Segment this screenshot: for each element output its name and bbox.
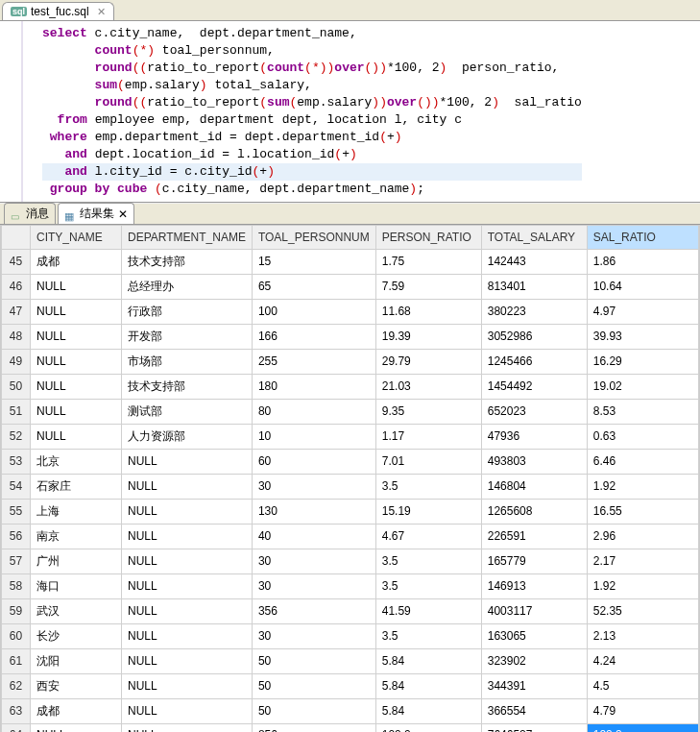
cell[interactable]: NULL [31,274,122,299]
cell[interactable]: 海口 [31,573,122,598]
cell[interactable]: 1.75 [375,249,481,274]
cell[interactable]: 50 [252,648,375,673]
row-number[interactable]: 52 [2,424,31,449]
cell[interactable]: 总经理办 [122,274,253,299]
cell[interactable]: 180 [252,374,375,399]
row-number[interactable]: 53 [2,449,31,474]
cell[interactable]: NULL [122,623,253,648]
cell[interactable]: 4.24 [587,648,698,673]
cell[interactable]: 146913 [481,573,587,598]
cell[interactable]: NULL [122,499,253,524]
cell[interactable]: 1245466 [481,349,587,374]
cell[interactable]: 2.96 [587,524,698,549]
cell[interactable]: NULL [31,399,122,424]
cell[interactable]: 7.01 [375,449,481,474]
cell[interactable]: 4.79 [587,698,698,723]
table-row[interactable]: 55上海NULL13015.19126560816.55 [2,499,699,524]
table-row[interactable]: 57广州NULL303.51657792.17 [2,549,699,573]
cell[interactable]: NULL [122,673,253,698]
table-row[interactable]: 59武汉NULL35641.59400311752.35 [2,598,699,623]
cell[interactable]: 30 [252,623,375,648]
cell[interactable]: 41.59 [375,598,481,623]
cell[interactable]: 4003117 [481,598,587,623]
cell[interactable]: 3.5 [375,573,481,598]
cell[interactable]: 10.64 [587,274,698,299]
cell[interactable]: 沈阳 [31,648,122,673]
table-row[interactable]: 45成都技术支持部151.751424431.86 [2,249,699,274]
cell[interactable]: 1265608 [481,499,587,524]
cell[interactable]: 39.93 [587,324,698,349]
cell[interactable]: 8.53 [587,399,698,424]
cell[interactable]: 4.5 [587,673,698,698]
table-row[interactable]: 64NULLNULL856100.07646527100.0 [2,723,699,732]
cell[interactable]: 北京 [31,449,122,474]
cell[interactable]: 长沙 [31,623,122,648]
table-row[interactable]: 60长沙NULL303.51630652.13 [2,623,699,648]
cell[interactable]: 366554 [481,698,587,723]
row-number[interactable]: 50 [2,374,31,399]
column-header[interactable]: DEPARTMENT_NAME [122,226,253,249]
table-row[interactable]: 63成都NULL505.843665544.79 [2,698,699,723]
cell[interactable]: 15.19 [375,499,481,524]
row-number[interactable]: 60 [2,623,31,648]
cell[interactable]: 493803 [481,449,587,474]
cell[interactable]: 石家庄 [31,474,122,499]
cell[interactable]: 19.39 [375,324,481,349]
column-header[interactable]: TOTAL_SALARY [481,226,587,249]
cell[interactable]: 成都 [31,698,122,723]
cell[interactable]: 142443 [481,249,587,274]
cell[interactable]: 7646527 [481,723,587,732]
cell[interactable]: 146804 [481,474,587,499]
table-row[interactable]: 51NULL测试部809.356520238.53 [2,399,699,424]
row-number[interactable]: 49 [2,349,31,374]
table-row[interactable]: 54石家庄NULL303.51468041.92 [2,474,699,499]
cell[interactable]: 4.97 [587,299,698,324]
cell[interactable]: NULL [31,374,122,399]
cell[interactable]: 5.84 [375,673,481,698]
cell[interactable]: 60 [252,449,375,474]
cell[interactable]: 15 [252,249,375,274]
row-number[interactable]: 55 [2,499,31,524]
cell[interactable]: 3.5 [375,474,481,499]
cell[interactable]: 测试部 [122,399,253,424]
table-row[interactable]: 47NULL行政部10011.683802234.97 [2,299,699,324]
table-row[interactable]: 52NULL人力资源部101.17479360.63 [2,424,699,449]
cell[interactable]: 65 [252,274,375,299]
cell[interactable]: 0.63 [587,424,698,449]
cell[interactable]: 6.46 [587,449,698,474]
cell[interactable]: NULL [31,723,122,732]
cell[interactable]: NULL [31,424,122,449]
row-number[interactable]: 61 [2,648,31,673]
table-row[interactable]: 48NULL开发部16619.39305298639.93 [2,324,699,349]
cell[interactable]: 3.5 [375,549,481,573]
table-row[interactable]: 53北京NULL607.014938036.46 [2,449,699,474]
row-number[interactable]: 58 [2,573,31,598]
result-grid[interactable]: CITY_NAMEDEPARTMENT_NAMETOAL_PERSONNUMPE… [0,225,700,732]
cell[interactable]: 3052986 [481,324,587,349]
cell[interactable]: NULL [122,524,253,549]
cell[interactable]: 1.86 [587,249,698,274]
cell[interactable]: NULL [122,648,253,673]
cell[interactable]: 356 [252,598,375,623]
column-header[interactable]: CITY_NAME [31,226,122,249]
table-row[interactable]: 61沈阳NULL505.843239024.24 [2,648,699,673]
close-icon[interactable]: ✕ [118,207,128,221]
tab-results[interactable]: 结果集 ✕ [58,203,134,224]
cell[interactable]: 100.0 [375,723,481,732]
cell[interactable]: 5.84 [375,648,481,673]
cell[interactable]: NULL [122,573,253,598]
cell[interactable]: 广州 [31,549,122,573]
cell[interactable]: 1.92 [587,573,698,598]
cell[interactable]: 4.67 [375,524,481,549]
cell[interactable]: 29.79 [375,349,481,374]
cell[interactable]: 52.35 [587,598,698,623]
cell[interactable]: NULL [122,549,253,573]
row-number[interactable]: 45 [2,249,31,274]
column-header[interactable]: SAL_RATIO [587,226,698,249]
cell[interactable]: 1.17 [375,424,481,449]
cell[interactable]: 2.17 [587,549,698,573]
table-row[interactable]: 58海口NULL303.51469131.92 [2,573,699,598]
cell[interactable]: 165779 [481,549,587,573]
table-row[interactable]: 62西安NULL505.843443914.5 [2,673,699,698]
cell[interactable]: 南京 [31,524,122,549]
